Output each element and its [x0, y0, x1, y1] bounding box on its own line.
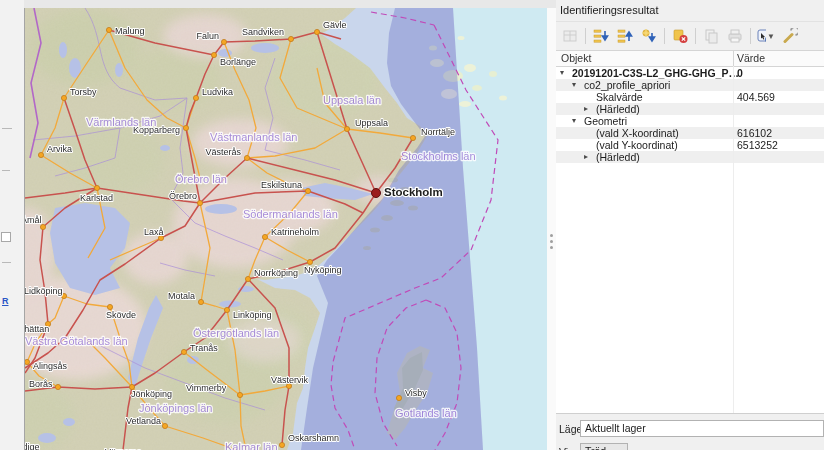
- city-label: Tranås: [190, 343, 218, 353]
- dropdown-caret-icon: ▼: [767, 32, 775, 41]
- city-label: Torsby: [70, 87, 97, 97]
- county-label: Kalmar län: [225, 441, 278, 450]
- qgis-window: R: [0, 0, 824, 450]
- clear-results-button[interactable]: [669, 25, 691, 47]
- result-row-label: (Härledd): [596, 151, 640, 163]
- panel-fragment: [2, 262, 11, 263]
- toolbar-separator: [750, 28, 751, 44]
- county-label: Östergötlands län: [193, 327, 279, 339]
- city-dot: [25, 359, 30, 364]
- print-icon: [727, 28, 743, 44]
- collapse-tree-button[interactable]: [614, 25, 636, 47]
- city-label: Ludvika: [202, 87, 233, 97]
- result-row[interactable]: (vald Y-koordinat)6513252: [556, 139, 824, 151]
- view-select[interactable]: ▼ Träd: [580, 443, 628, 450]
- city-dot: [221, 39, 226, 44]
- city-label: Kopparberg: [133, 125, 180, 135]
- panel-fragment-checkbox: [1, 232, 11, 242]
- result-row-value: 6513252: [737, 139, 778, 151]
- view-label: Visa: [559, 446, 579, 450]
- result-row[interactable]: ▾co2_profile_apriori: [556, 79, 824, 91]
- result-row[interactable]: ▸(Härledd): [556, 151, 824, 163]
- expander-open-icon[interactable]: ▾: [572, 115, 576, 127]
- result-row-label: 20191201-C3S-L2_GHG-GHG_PRODU...: [572, 67, 740, 79]
- expander-open-icon[interactable]: ▾: [572, 79, 576, 91]
- city-label: Malung: [115, 26, 145, 36]
- county-label: Stockholms län: [401, 150, 476, 162]
- identify-settings-button[interactable]: [779, 25, 801, 47]
- mode-select-value: Aktuellt lager: [585, 422, 646, 434]
- result-row[interactable]: ▾Geometri: [556, 115, 824, 127]
- city-label: Västervik: [271, 375, 309, 385]
- capital-dot: [372, 189, 381, 198]
- expander-closed-icon[interactable]: ▸: [584, 103, 588, 115]
- results-tree: Objekt Värde ▾20191201-C3S-L2_GHG-GHG_PR…: [556, 50, 824, 414]
- county-label: Jönköpings län: [139, 402, 212, 414]
- city-dot: [224, 307, 229, 312]
- result-row-label: Geometri: [584, 115, 627, 127]
- city-label: Falun: [196, 31, 219, 41]
- result-row[interactable]: (vald X-koordinat)616102: [556, 127, 824, 139]
- city-label: Trollhättan: [25, 324, 49, 334]
- panel-fragment: [2, 170, 10, 171]
- county-label: Uppsala län: [323, 94, 381, 106]
- identify-mode-icon: [757, 28, 766, 44]
- city-label: Arvika: [47, 144, 72, 154]
- city-dot: [193, 95, 198, 100]
- city-label: Veddige: [25, 442, 40, 450]
- expander-closed-icon[interactable]: ▸: [584, 151, 588, 163]
- city-dot: [61, 95, 66, 100]
- result-row[interactable]: ▸(Härledd): [556, 103, 824, 115]
- results-header-row: Objekt Värde: [556, 51, 824, 67]
- city-dot: [288, 36, 293, 41]
- result-row-label: co2_profile_apriori: [584, 79, 670, 91]
- result-row-label: Skalvärde: [596, 91, 643, 103]
- city-dot: [181, 349, 186, 354]
- city-label: Katrineholm: [271, 227, 319, 237]
- splitter-dot: [550, 234, 553, 237]
- left-panel-edge: R: [0, 0, 25, 450]
- city-dot: [106, 27, 111, 32]
- city-dot: [198, 299, 203, 304]
- column-header-value[interactable]: Värde: [737, 52, 765, 64]
- column-divider[interactable]: [733, 51, 734, 66]
- splitter-dot: [550, 246, 553, 249]
- expander-open-icon[interactable]: ▾: [560, 67, 564, 79]
- expand-tree-button[interactable]: [590, 25, 612, 47]
- city-label: Borås: [29, 379, 53, 389]
- results-rows: ▾20191201-C3S-L2_GHG-GHG_PRODU...0▾co2_p…: [556, 67, 824, 163]
- result-row-label: (Härledd): [596, 103, 640, 115]
- county-label: Örebro län: [175, 173, 227, 185]
- expand-new-results-button[interactable]: [638, 25, 660, 47]
- county-label: Gotlands län: [395, 407, 457, 419]
- result-row-label: (vald X-koordinat): [596, 127, 679, 139]
- clear-results-icon: [672, 28, 688, 44]
- city-label: Karlstad: [80, 193, 113, 203]
- column-header-object[interactable]: Objekt: [561, 52, 591, 64]
- city-label: Motala: [168, 291, 195, 301]
- city-dot: [38, 152, 43, 157]
- result-row-value: 616102: [737, 127, 772, 139]
- result-row[interactable]: Skalvärde404.569: [556, 91, 824, 103]
- view-select-value: Träd: [585, 445, 606, 450]
- toolbar-separator: [695, 28, 696, 44]
- result-row-value: 0: [737, 67, 743, 79]
- city-dot: [314, 29, 319, 34]
- city-label: Visby: [405, 388, 427, 398]
- city-label: Norrköping: [254, 268, 298, 278]
- form-view-button[interactable]: [559, 25, 581, 47]
- city-dot: [55, 384, 60, 389]
- copy-feature-button[interactable]: [700, 25, 722, 47]
- panel-splitter[interactable]: [547, 8, 556, 450]
- identify-mode-button[interactable]: ▼: [755, 25, 777, 47]
- county-label: Södermanlands län: [243, 208, 338, 220]
- panel-title: Identifieringsresultat: [560, 4, 658, 16]
- mode-select[interactable]: Aktuellt lager: [580, 420, 824, 437]
- result-row[interactable]: ▾20191201-C3S-L2_GHG-GHG_PRODU...0: [556, 67, 824, 79]
- toolbar-separator: [585, 28, 586, 44]
- city-label: Linköping: [233, 310, 272, 320]
- print-button[interactable]: [724, 25, 746, 47]
- city-label: Västerås: [205, 147, 241, 157]
- city-dot: [262, 234, 267, 239]
- map-canvas[interactable]: Värmlands länUppsala länVästmanlands län…: [24, 8, 547, 450]
